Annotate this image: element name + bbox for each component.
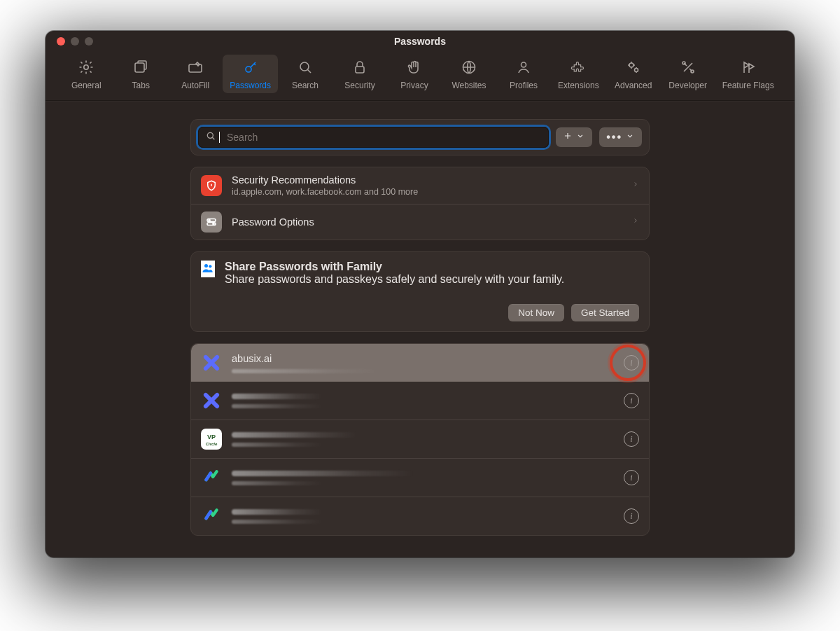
tab-developer[interactable]: Developer — [661, 55, 715, 93]
tab-autofill[interactable]: AutoFill — [168, 55, 223, 93]
info-button[interactable]: i — [624, 355, 639, 370]
info-button[interactable]: i — [624, 393, 639, 408]
tab-general[interactable]: General — [59, 55, 113, 93]
entry-site-redacted — [232, 394, 323, 399]
site-favicon — [201, 390, 222, 411]
password-entry[interactable]: VPCircle i — [191, 419, 649, 458]
info-button[interactable]: i — [624, 470, 639, 485]
tab-profiles[interactable]: Profiles — [496, 55, 551, 93]
entry-site: abusix.ai — [232, 353, 614, 364]
entry-username-redacted — [232, 404, 323, 408]
entry-site-redacted — [232, 471, 414, 476]
row-subtitle: id.apple.com, work.facebook.com and 100 … — [232, 187, 622, 197]
svg-point-0 — [84, 65, 88, 69]
gear-icon — [78, 59, 94, 78]
gears-icon — [625, 59, 642, 78]
tab-label: Extensions — [558, 81, 599, 90]
svg-rect-2 — [189, 64, 202, 72]
tab-label: Developer — [668, 81, 707, 90]
entry-username-redacted — [232, 369, 379, 373]
password-entry[interactable]: i — [191, 458, 649, 497]
entry-site-redacted — [232, 432, 358, 438]
tab-label: Advanced — [615, 81, 652, 90]
tab-security[interactable]: Security — [332, 55, 387, 93]
puzzle-icon — [570, 59, 587, 78]
tab-label: Passwords — [230, 81, 271, 90]
svg-point-3 — [246, 67, 251, 72]
svg-rect-1 — [135, 63, 144, 72]
share-card: Share Passwords with Family Share passwo… — [190, 251, 650, 332]
tab-label: Search — [292, 81, 318, 90]
chevron-down-icon — [575, 131, 585, 144]
entry-username-redacted — [232, 481, 323, 485]
tab-label: Websites — [451, 81, 486, 90]
password-options-row[interactable]: Password Options — [191, 204, 649, 240]
tab-search[interactable]: Search — [278, 55, 332, 93]
info-button[interactable]: i — [624, 431, 639, 447]
tab-label: AutoFill — [181, 81, 209, 90]
add-password-button[interactable] — [556, 127, 592, 147]
row-title: Security Recommendations — [232, 174, 622, 186]
tab-advanced[interactable]: Advanced — [606, 55, 661, 93]
tab-passwords[interactable]: Passwords — [223, 55, 278, 93]
tab-label: Tabs — [132, 81, 150, 90]
info-button[interactable]: i — [624, 508, 639, 524]
password-entry[interactable]: i — [191, 497, 649, 535]
search-field-wrapper[interactable] — [198, 127, 549, 148]
key-icon — [242, 59, 259, 78]
chevron-right-icon — [632, 179, 639, 192]
site-favicon: VPCircle — [201, 429, 222, 450]
window-title: Passwords — [46, 36, 794, 47]
share-subtitle: Share passwords and passkeys safely and … — [225, 273, 564, 286]
search-input[interactable] — [225, 131, 542, 144]
share-title: Share Passwords with Family — [225, 261, 564, 273]
search-icon — [297, 59, 314, 78]
lock-icon — [351, 59, 368, 78]
site-favicon — [201, 506, 222, 527]
site-favicon — [201, 467, 222, 488]
not-now-button[interactable]: Not Now — [508, 304, 564, 321]
more-actions-button[interactable]: ••• — [599, 127, 642, 147]
tab-websites[interactable]: Websites — [442, 55, 496, 93]
entry-site-redacted — [232, 509, 323, 515]
toggles-icon — [201, 212, 222, 233]
tab-feature-flags[interactable]: Feature Flags — [715, 55, 781, 93]
flags-icon — [740, 59, 757, 78]
tab-label: Feature Flags — [722, 81, 774, 90]
tab-privacy[interactable]: Privacy — [387, 55, 442, 93]
chevron-right-icon — [632, 216, 639, 228]
svg-point-16 — [213, 223, 214, 225]
password-entry[interactable]: abusix.ai i — [191, 344, 649, 382]
tab-label: Profiles — [510, 81, 538, 90]
svg-point-17 — [204, 264, 208, 268]
site-favicon — [201, 352, 222, 373]
family-icon — [201, 261, 215, 277]
svg-point-12 — [207, 132, 213, 138]
svg-point-8 — [629, 63, 634, 67]
svg-point-7 — [521, 62, 526, 67]
shield-alert-icon — [201, 175, 222, 196]
plus-icon — [563, 131, 573, 144]
tab-label: Security — [344, 81, 374, 90]
password-list: abusix.ai i i — [190, 343, 650, 536]
chevron-down-icon — [625, 131, 635, 144]
svg-rect-5 — [356, 67, 364, 73]
svg-point-4 — [300, 62, 309, 71]
person-icon — [515, 59, 532, 78]
get-started-button[interactable]: Get Started — [571, 304, 639, 321]
svg-point-9 — [634, 69, 638, 72]
tab-extensions[interactable]: Extensions — [551, 55, 606, 93]
security-recommendations-row[interactable]: Security Recommendations id.apple.com, w… — [191, 167, 649, 204]
password-entry[interactable]: i — [191, 382, 649, 419]
entry-username-redacted — [232, 443, 323, 447]
passwords-pane: ••• Security Recommendations id.apple.co… — [46, 101, 794, 557]
svg-point-18 — [209, 265, 211, 268]
options-card: Security Recommendations id.apple.com, w… — [190, 167, 650, 240]
tab-tabs[interactable]: Tabs — [113, 55, 168, 93]
tabs-icon — [132, 59, 149, 78]
svg-point-15 — [209, 219, 210, 221]
titlebar: Passwords — [46, 31, 794, 52]
search-icon — [205, 130, 216, 144]
preferences-window: Passwords General Tabs AutoFill Password… — [46, 31, 794, 557]
row-title: Password Options — [232, 216, 622, 228]
